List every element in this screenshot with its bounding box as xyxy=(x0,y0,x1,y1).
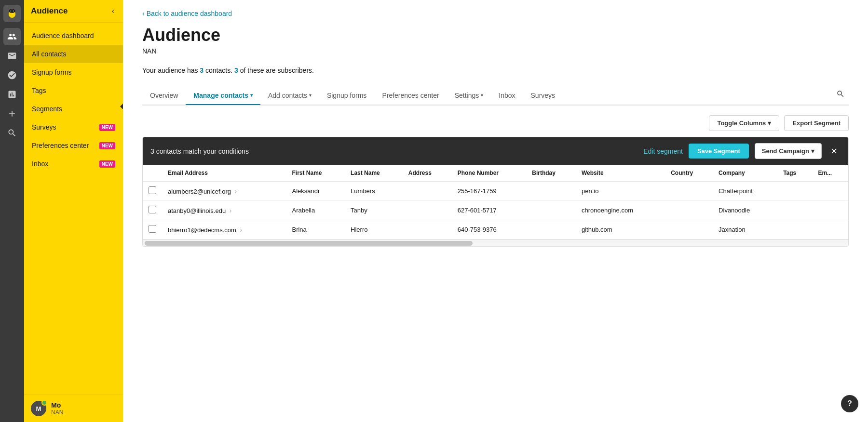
row2-address xyxy=(403,201,452,220)
tab-add-contacts[interactable]: Add contacts ▾ xyxy=(260,87,319,105)
col-email: Email Address xyxy=(162,165,286,182)
row1-address xyxy=(403,182,452,201)
tab-signup-forms[interactable]: Signup forms xyxy=(319,87,374,105)
tab-settings[interactable]: Settings ▾ xyxy=(447,87,491,105)
row2-last-name: Tanby xyxy=(345,201,403,220)
row2-phone: 627-601-5717 xyxy=(452,201,527,220)
edit-segment-link[interactable]: Edit segment xyxy=(643,147,683,155)
close-banner-button[interactable]: ✕ xyxy=(827,145,841,158)
sidebar-collapse-button[interactable]: ‹ xyxy=(110,6,116,16)
col-company: Company xyxy=(713,165,777,182)
sidebar-item-surveys[interactable]: Surveys New xyxy=(24,118,123,136)
tab-surveys[interactable]: Surveys xyxy=(523,87,563,105)
col-tags: Tags xyxy=(777,165,812,182)
settings-chevron-icon: ▾ xyxy=(481,92,483,98)
preferences-new-badge: New xyxy=(99,142,115,149)
sidebar-item-all-contacts[interactable]: All contacts View a list of all the cont… xyxy=(24,45,123,63)
row1-last-name: Lumbers xyxy=(345,182,403,201)
col-last-name: Last Name xyxy=(345,165,403,182)
sidebar-item-preferences-center[interactable]: Preferences center New xyxy=(24,136,123,155)
footer-user-sub: NAN xyxy=(51,409,63,416)
save-segment-button[interactable]: Save Segment xyxy=(689,144,749,158)
row3-email2 xyxy=(812,220,848,239)
row3-first-name: Brina xyxy=(286,220,345,239)
row1-expand-button[interactable]: › xyxy=(233,187,239,195)
audience-name-subtitle: NAN xyxy=(142,47,849,55)
row1-website: pen.io xyxy=(576,182,665,201)
row3-address xyxy=(403,220,452,239)
search-icon[interactable] xyxy=(3,124,21,142)
back-chevron-icon: ‹ xyxy=(142,10,145,17)
contacts-info: Your audience has 3 contacts. 3 of these… xyxy=(142,66,849,74)
row2-checkbox[interactable] xyxy=(149,206,156,213)
inbox-new-badge: New xyxy=(99,160,115,168)
table-container: 3 contacts match your conditions Edit se… xyxy=(142,137,849,247)
sidebar-item-audience-dashboard[interactable]: Audience dashboard xyxy=(24,26,123,45)
col-website: Website xyxy=(576,165,665,182)
mailchimp-logo-icon[interactable] xyxy=(3,5,21,22)
contacts-match-text: 3 contacts match your conditions xyxy=(150,147,637,155)
row1-checkbox[interactable] xyxy=(149,186,156,194)
row3-last-name: Hierro xyxy=(345,220,403,239)
sidebar-item-segments[interactable]: Segments xyxy=(24,100,123,118)
tab-manage-contacts[interactable]: Manage contacts ▾ xyxy=(186,87,260,105)
col-phone: Phone Number xyxy=(452,165,527,182)
scrollbar-thumb[interactable] xyxy=(145,241,473,246)
row2-first-name: Arabella xyxy=(286,201,345,220)
row1-country xyxy=(665,182,713,201)
col-country: Country xyxy=(665,165,713,182)
content-icon[interactable] xyxy=(3,105,21,122)
table-search-icon[interactable] xyxy=(832,86,849,105)
avatar[interactable]: M xyxy=(31,401,46,416)
tab-overview[interactable]: Overview xyxy=(142,87,186,105)
sidebar-nav: Audience dashboard All contacts View a l… xyxy=(24,23,123,395)
row3-checkbox-cell xyxy=(143,220,162,239)
toggle-columns-button[interactable]: Toggle Columns ▾ xyxy=(709,115,779,131)
toolbar: Toggle Columns ▾ Export Segment xyxy=(142,115,849,131)
svg-point-3 xyxy=(13,11,14,12)
export-segment-button[interactable]: Export Segment xyxy=(784,115,849,131)
row1-first-name: Aleksandr xyxy=(286,182,345,201)
table-row: bhierro1@dedecms.com › Brina Hierro 640-… xyxy=(143,220,848,239)
tab-inbox[interactable]: Inbox xyxy=(491,87,523,105)
campaigns-icon[interactable] xyxy=(3,47,21,65)
toggle-columns-chevron-icon: ▾ xyxy=(768,119,771,127)
audience-icon[interactable] xyxy=(3,28,21,45)
send-campaign-chevron-icon: ▾ xyxy=(811,147,814,155)
row2-email2 xyxy=(812,201,848,220)
sidebar-item-tags[interactable]: Tags xyxy=(24,81,123,100)
row3-tags xyxy=(777,220,812,239)
help-button[interactable]: ? xyxy=(841,395,858,412)
table-header-row: Email Address First Name Last Name Addre… xyxy=(143,165,848,182)
footer-user-name: Mo xyxy=(51,401,63,409)
row3-birthday xyxy=(526,220,576,239)
sidebar-item-signup-forms[interactable]: Signup forms xyxy=(24,63,123,81)
horizontal-scrollbar[interactable] xyxy=(143,239,848,246)
row2-company: Divanoodle xyxy=(713,201,777,220)
table-row: atanby0@illinois.edu › Arabella Tanby 62… xyxy=(143,201,848,220)
back-to-dashboard-link[interactable]: ‹ Back to audience dashboard xyxy=(142,10,232,17)
row1-email2 xyxy=(812,182,848,201)
col-email2: Em... xyxy=(812,165,848,182)
row3-country xyxy=(665,220,713,239)
row3-checkbox[interactable] xyxy=(149,225,156,233)
tab-preferences-center[interactable]: Preferences center xyxy=(374,87,447,105)
surveys-new-badge: New xyxy=(99,124,115,131)
main-content: ‹ Back to audience dashboard Audience NA… xyxy=(123,0,868,422)
subscribers-count: 3 xyxy=(234,66,238,74)
row2-email: atanby0@illinois.edu › xyxy=(162,201,286,220)
table-scroll-area[interactable]: Email Address First Name Last Name Addre… xyxy=(143,165,848,246)
table-row: alumbers2@unicef.org › Aleksandr Lumbers… xyxy=(143,182,848,201)
tabs-bar: Overview Manage contacts ▾ Add contacts … xyxy=(142,86,849,106)
row2-country xyxy=(665,201,713,220)
sidebar-footer: M Mo NAN xyxy=(24,395,123,422)
automations-icon[interactable] xyxy=(3,66,21,84)
sidebar-item-inbox[interactable]: Inbox New xyxy=(24,155,123,173)
col-first-name: First Name xyxy=(286,165,345,182)
send-campaign-button[interactable]: Send Campaign ▾ xyxy=(755,143,822,159)
row2-expand-button[interactable]: › xyxy=(228,207,234,214)
reports-icon[interactable] xyxy=(3,86,21,103)
row3-company: Jaxnation xyxy=(713,220,777,239)
col-birthday: Birthday xyxy=(526,165,576,182)
row3-expand-button[interactable]: › xyxy=(238,226,244,234)
